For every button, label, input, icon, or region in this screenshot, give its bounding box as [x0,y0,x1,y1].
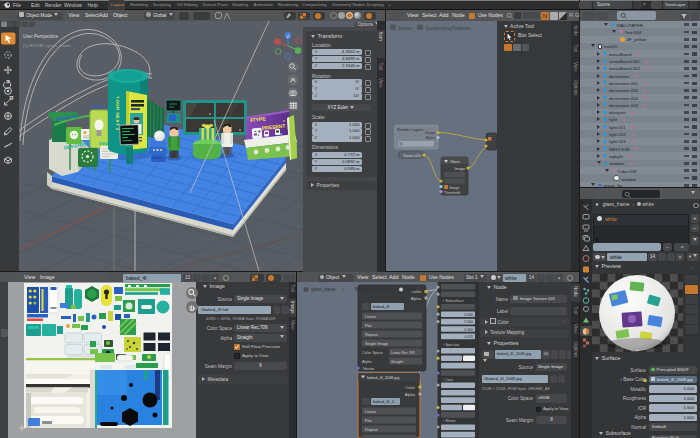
svg-text:Alpha: Alpha [362,360,373,364]
svg-text:Threshold: Threshold [444,191,460,195]
svg-text:Alpha: Alpha [405,392,416,397]
svg-text:0.100: 0.100 [464,328,473,332]
svg-text:Image: Image [454,167,465,171]
svg-text:Image: Image [450,186,460,190]
svg-text:(1) ROOM | glass_frame: (1) ROOM | glass_frame [23,43,71,48]
svg-text:›: › [412,26,414,31]
svg-text:Scene: Scene [398,26,411,31]
svg-text:› Specular: › Specular [443,343,460,347]
svg-text:white: white [405,287,416,292]
svg-text:YOUR NEXT 2: YOUR NEXT 2 [115,96,120,131]
svg-text:BezierCircle.008: BezierCircle.008 [355,287,389,292]
svg-text:› Coat: › Coat [443,378,453,382]
svg-text:baked_4f_2048.jpg: baked_4f_2048.jpg [367,376,399,380]
svg-text:Compositing/Nodetree: Compositing/Nodetree [426,26,471,31]
svg-text:User Perspective: User Perspective [23,34,58,39]
svg-text:Color: Color [405,385,415,390]
svg-text:Flat: Flat [365,418,373,423]
svg-text:Alpha: Alpha [426,136,437,140]
svg-text:5.000: 5.000 [464,320,473,324]
svg-text:Viewer.001: Viewer.001 [403,154,421,158]
svg-text:Repeat: Repeat [365,427,379,432]
svg-text:Vector: Vector [363,366,375,371]
svg-text:Render Layers: Render Layers [397,127,423,132]
svg-text:Single Image: Single Image [365,341,389,346]
svg-text:Straight: Straight [391,360,403,364]
svg-text:Linear Rec.709: Linear Rec.709 [391,351,415,355]
svg-text:Glare: Glare [450,159,461,164]
svg-text:›: › [343,287,345,292]
svg-text:Linear: Linear [365,409,377,414]
svg-text:Repeat: Repeat [365,332,379,337]
svg-text:0.011: 0.011 [465,335,474,339]
svg-text:Flat: Flat [365,323,373,328]
svg-text:baked_4f_2...: baked_4f_2... [373,399,397,404]
svg-text:Color Space: Color Space [362,351,383,355]
svg-text:› Sheen: › Sheen [443,419,456,423]
svg-text:Alpha: Alpha [411,296,422,301]
svg-text:Linear: Linear [365,314,377,319]
svg-text:baked_4f: baked_4f [373,304,390,309]
svg-text:LEVEL 2: LEVEL 2 [92,105,106,109]
svg-text:glass_frame: glass_frame [311,287,336,292]
svg-text:Image: Image [425,131,436,135]
